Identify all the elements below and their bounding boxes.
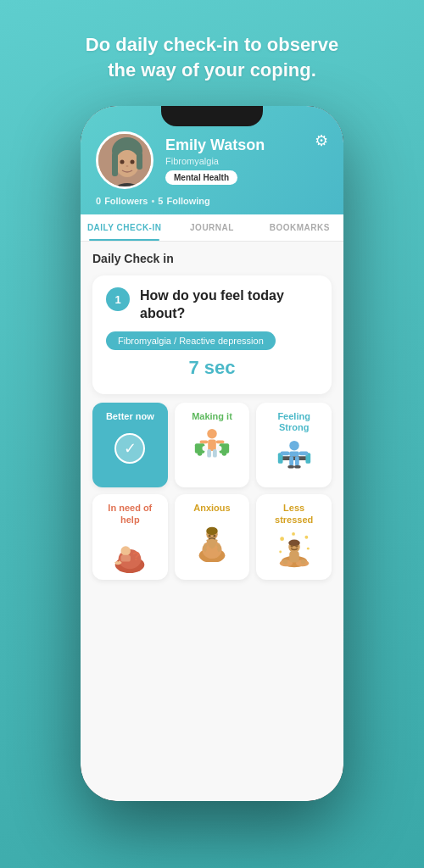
headline-line2: the way of your coping. xyxy=(108,59,316,81)
followers-label: Followers xyxy=(104,196,148,206)
svg-rect-12 xyxy=(213,449,217,458)
profile-name: Emily Watson xyxy=(165,136,308,155)
following-count: 5 xyxy=(158,196,163,206)
checkmark-icon: ✓ xyxy=(114,433,145,464)
svg-rect-28 xyxy=(289,457,293,467)
svg-point-20 xyxy=(217,446,222,451)
svg-point-8 xyxy=(126,165,129,167)
svg-point-40 xyxy=(206,526,217,535)
mood-better-now-label: Better now xyxy=(106,411,154,422)
headline-line1: Do daily check-in to observe xyxy=(86,34,338,55)
svg-point-54 xyxy=(290,545,293,548)
svg-point-55 xyxy=(295,545,298,548)
svg-point-45 xyxy=(307,547,310,549)
screen: Emily Watson Fibromyalgia Mental Health … xyxy=(81,106,343,801)
dot-separator: • xyxy=(151,196,154,206)
svg-rect-11 xyxy=(207,449,211,458)
mood-less-stressed-icon xyxy=(273,531,315,573)
tab-journal[interactable]: JOURNAL xyxy=(168,214,255,241)
svg-rect-35 xyxy=(121,555,131,562)
svg-rect-10 xyxy=(208,440,216,451)
svg-rect-14 xyxy=(216,441,225,444)
svg-point-6 xyxy=(120,160,125,164)
mood-less-stressed-label: Less stressed xyxy=(263,503,325,525)
mood-making-it-label: Making it xyxy=(192,411,232,422)
svg-rect-29 xyxy=(295,457,299,467)
tab-daily-checkin[interactable]: DAILY CHECK-IN xyxy=(81,214,168,241)
svg-point-56 xyxy=(282,559,287,564)
phone-shell: Emily Watson Fibromyalgia Mental Health … xyxy=(81,106,343,801)
svg-point-31 xyxy=(294,465,301,469)
timer: 7 sec xyxy=(106,357,318,379)
followers-row: 0 Followers • 5 Following xyxy=(96,196,210,206)
svg-rect-27 xyxy=(298,452,308,456)
profile-condition: Fibromyalgia xyxy=(165,156,308,166)
svg-rect-21 xyxy=(280,457,308,461)
svg-point-43 xyxy=(280,537,284,541)
mood-anxious-icon xyxy=(191,520,233,562)
svg-point-9 xyxy=(207,429,217,439)
phone-notch xyxy=(161,106,263,126)
mood-in-need-of-help[interactable]: In need ofhelp ? xyxy=(92,494,168,579)
checkin-card: 1 How do you feel today about? Fibromyal… xyxy=(92,275,332,394)
svg-point-24 xyxy=(289,441,299,451)
condition-pill[interactable]: Fibromyalgia / Reactive depression xyxy=(106,331,276,350)
svg-point-57 xyxy=(300,559,305,564)
svg-point-53 xyxy=(288,539,299,546)
svg-rect-4 xyxy=(137,153,142,170)
svg-point-34 xyxy=(121,546,131,556)
following-label: Following xyxy=(166,196,209,206)
followers-count: 0 xyxy=(96,196,101,206)
svg-point-7 xyxy=(131,160,135,164)
svg-rect-51 xyxy=(289,551,299,562)
profile-tag[interactable]: Mental Health xyxy=(165,170,237,185)
gear-icon[interactable]: ⚙ xyxy=(308,131,328,150)
mood-anxious[interactable]: Anxious xyxy=(175,494,250,579)
svg-point-44 xyxy=(304,536,308,539)
mood-feeling-strong-label: Feeling Strong xyxy=(263,411,325,433)
content-area: Daily Check in 1 How do you feel today a… xyxy=(81,242,343,801)
svg-rect-3 xyxy=(112,153,118,176)
svg-point-47 xyxy=(292,532,295,536)
tab-bookmarks[interactable]: BOOKMARKS xyxy=(256,214,343,241)
svg-point-41 xyxy=(209,534,211,537)
mood-feeling-strong-icon xyxy=(273,438,315,481)
svg-point-42 xyxy=(213,534,215,537)
mood-less-stressed[interactable]: Less stressed xyxy=(256,494,332,579)
mood-anxious-label: Anxious xyxy=(193,503,230,514)
mood-in-need-of-help-icon: ? xyxy=(109,531,151,573)
mood-in-need-of-help-label: In need ofhelp xyxy=(108,503,152,525)
svg-point-16 xyxy=(198,451,203,456)
mood-grid: Better now ✓ Making it xyxy=(92,403,332,580)
profile-info: Emily Watson Fibromyalgia Mental Health xyxy=(165,136,308,186)
avatar xyxy=(96,131,153,189)
mood-better-now[interactable]: Better now ✓ xyxy=(92,403,168,487)
svg-point-17 xyxy=(202,446,207,451)
step-circle: 1 xyxy=(106,287,130,311)
mood-feeling-strong[interactable]: Feeling Strong xyxy=(256,403,332,487)
tabs-bar: DAILY CHECK-IN JOURNAL BOOKMARKS xyxy=(81,214,343,242)
svg-point-19 xyxy=(222,451,227,456)
svg-rect-13 xyxy=(200,441,209,444)
svg-point-46 xyxy=(279,550,282,553)
mood-making-it-icon xyxy=(191,427,233,470)
section-title: Daily Check in xyxy=(92,252,332,265)
mood-better-now-icon: ✓ xyxy=(109,427,151,470)
question-text: How do you feel today about? xyxy=(140,287,318,323)
svg-rect-25 xyxy=(289,452,299,457)
svg-point-2 xyxy=(115,150,139,177)
headline: Do daily check-in to observe the way of … xyxy=(60,32,364,82)
svg-point-30 xyxy=(287,465,294,469)
mood-making-it[interactable]: Making it xyxy=(175,403,250,487)
svg-text:?: ? xyxy=(132,548,140,562)
svg-rect-26 xyxy=(280,452,289,456)
